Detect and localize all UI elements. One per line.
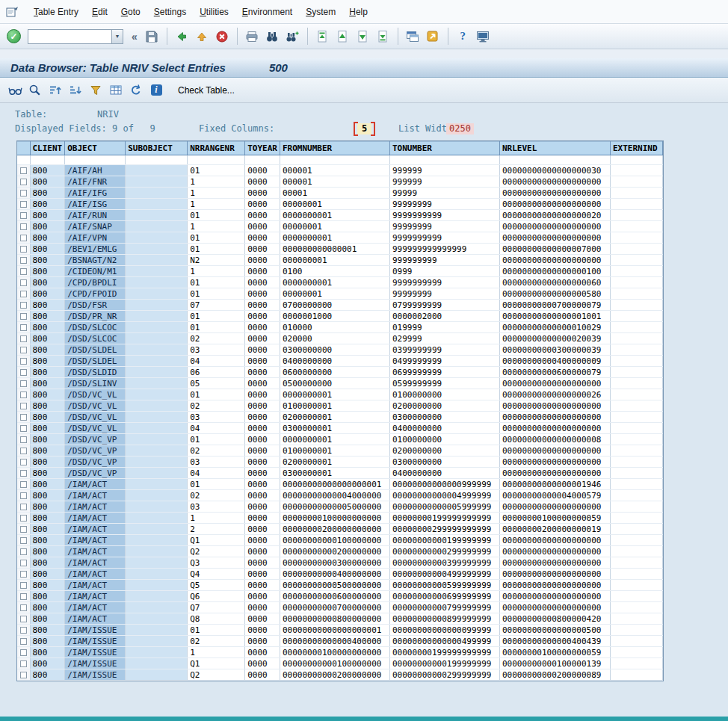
row-checkbox[interactable] [20,582,27,589]
command-input[interactable] [28,29,111,44]
cell-nrlevel[interactable]: 00000000000800000420 [500,613,611,625]
cell-object[interactable]: /DSD/SLDEL [65,344,126,356]
cell-tonumber[interactable]: 0200000000 [390,400,500,412]
cell-client[interactable]: 800 [30,165,65,176]
cell-nrrangenr[interactable]: 01 [188,322,245,333]
cell-subobject[interactable] [126,647,188,658]
cell-toyear[interactable]: 0000 [245,625,280,636]
cell-object[interactable]: /IAM/ACT [65,546,126,557]
row-checkbox[interactable] [20,481,27,488]
cell-fromnumber[interactable]: 00000000000005000000 [280,501,390,513]
cell-fromnumber[interactable]: 000000001 [280,255,390,266]
cell-nrlevel[interactable]: 00000000000000000000 [500,255,611,266]
cell-client[interactable]: 800 [30,513,65,524]
cell-externind[interactable] [611,378,663,389]
cell-fromnumber[interactable]: 00000000000004000000 [280,490,390,501]
cell-object[interactable]: /IAM/ACT [65,501,126,513]
cell-fromnumber[interactable]: 0600000000 [280,367,390,378]
cell-client[interactable]: 800 [30,557,65,569]
cell-tonumber[interactable]: 00000000199999999999 [390,513,500,524]
cell-toyear[interactable]: 0000 [245,535,280,546]
choose-details-icon[interactable] [26,81,44,99]
cell-nrlevel[interactable]: 00000000000000000000 [500,221,611,232]
cell-nrrangenr[interactable]: 01 [188,288,245,300]
cell-toyear[interactable]: 0000 [245,300,280,311]
find-next-icon[interactable] [283,27,302,46]
row-checkbox[interactable] [20,302,27,309]
cell-object[interactable]: /AIF/AH [65,165,126,176]
cell-nrrangenr[interactable]: 06 [188,367,245,378]
cell-toyear[interactable]: 0000 [245,569,280,580]
cell-client[interactable]: 800 [30,210,65,221]
cell-tonumber[interactable]: 9999999999 [390,210,500,221]
cell-nrrangenr[interactable]: Q2 [188,546,245,557]
row-checkbox[interactable] [20,190,27,197]
cell-nrlevel[interactable]: 00000000000000000000 [500,580,611,591]
cell-fromnumber[interactable]: 0000000001 [280,434,390,445]
row-checkbox[interactable] [20,279,27,286]
row-checkbox[interactable] [20,470,27,477]
cell-tonumber[interactable]: 019999 [390,322,500,333]
cell-object[interactable]: /DSD/VC_VP [65,468,126,479]
cell-nrrangenr[interactable]: 1 [188,221,245,232]
cell-subobject[interactable] [126,300,188,311]
cell-nrlevel[interactable]: 00000000000100000139 [500,658,611,669]
cell-subobject[interactable] [126,322,188,333]
cell-nrlevel[interactable]: 00000000000400000009 [500,356,611,367]
cell-tonumber[interactable]: 0200000000 [390,445,500,457]
cell-nrlevel[interactable]: 00000000000004000579 [500,490,611,501]
cell-toyear[interactable]: 0000 [245,333,280,344]
page-down-icon[interactable] [354,27,372,46]
cell-toyear[interactable]: 0000 [245,400,280,412]
cell-object[interactable]: /AIF/FNR [65,176,126,188]
cancel-icon[interactable] [213,27,232,46]
cell-object[interactable]: /AIF/ISG [65,199,126,210]
cell-client[interactable]: 800 [30,277,65,288]
cell-object[interactable]: /IAM/ACT [65,580,126,591]
cell-object[interactable]: /BEV1/EMLG [65,244,126,255]
cell-externind[interactable] [611,468,663,479]
col-header-nrrangenr[interactable]: NRRANGENR [188,142,245,155]
cell-toyear[interactable]: 0000 [245,524,280,535]
cell-client[interactable]: 800 [30,445,65,457]
cell-externind[interactable] [611,367,663,378]
cell-subobject[interactable] [126,434,188,445]
cell-fromnumber[interactable]: 0500000000 [280,378,390,389]
cell-nrlevel[interactable]: 00000000000000000060 [500,277,611,288]
cell-nrrangenr[interactable]: 1 [188,199,245,210]
cell-externind[interactable] [611,244,663,255]
row-checkbox[interactable] [20,571,27,578]
cell-tonumber[interactable]: 0100000000 [390,389,500,400]
cell-subobject[interactable] [126,400,188,412]
cell-fromnumber[interactable]: 00000000000200000000 [280,669,390,681]
cell-fromnumber[interactable]: 00000000000400000000 [280,569,390,580]
cell-object[interactable]: /DSD/VC_VP [65,434,126,445]
cell-object[interactable]: /IAM/ACT [65,513,126,524]
cell-client[interactable]: 800 [30,311,65,322]
cell-externind[interactable] [611,647,663,658]
cell-toyear[interactable]: 0000 [245,580,280,591]
cell-client[interactable]: 800 [30,367,65,378]
row-checkbox[interactable] [20,212,27,219]
cell-subobject[interactable] [126,479,188,490]
cell-nrlevel[interactable]: 00000000000000000008 [500,434,611,445]
cell-toyear[interactable]: 0000 [245,199,280,210]
cell-object[interactable]: /DSD/FSR [65,300,126,311]
cell-fromnumber[interactable]: 00000000000600000000 [280,591,390,602]
cell-subobject[interactable] [126,669,188,681]
cell-subobject[interactable] [126,221,188,232]
cell-nrrangenr[interactable]: 03 [188,412,245,423]
cell-client[interactable]: 800 [30,647,65,658]
create-shortcut-icon[interactable] [424,27,442,46]
cell-tonumber[interactable]: 00000000000799999999 [390,602,500,613]
cell-fromnumber[interactable]: 000000000000001 [280,244,390,255]
cell-object[interactable]: /CPD/FPOID [65,288,126,300]
cell-toyear[interactable]: 0000 [245,546,280,557]
cell-subobject[interactable] [126,569,188,580]
cell-fromnumber[interactable]: 0300000000 [280,344,390,356]
cell-subobject[interactable] [126,333,188,344]
cell-nrrangenr[interactable]: Q1 [188,535,245,546]
cell-nrrangenr[interactable]: 1 [188,266,245,277]
cell-nrrangenr[interactable]: 2 [188,524,245,535]
cell-nrrangenr[interactable]: 1 [188,513,245,524]
